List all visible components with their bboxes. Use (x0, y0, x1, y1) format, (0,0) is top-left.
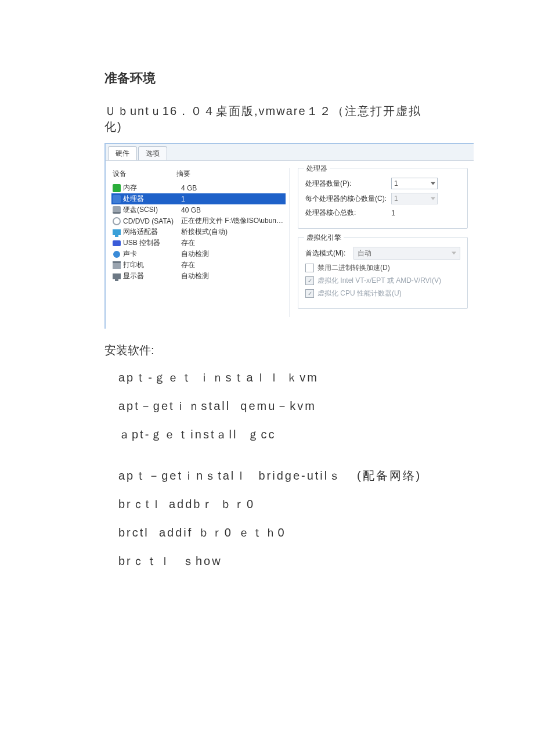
device-name: USB 控制器 (123, 238, 179, 248)
group-virtualization: 虚拟化引擎 首选模式(M): 自动 禁用二进制转换加速(D) (298, 237, 468, 309)
chevron-down-icon (431, 182, 435, 185)
device-row[interactable]: 硬盘(SCSI)40 GB (111, 204, 286, 215)
device-name: CD/DVD (SATA) (123, 217, 179, 225)
label-processor-count: 处理器数量(P): (305, 179, 387, 189)
row-processor-count: 处理器数量(P): 1 (305, 178, 460, 189)
group-virtualization-legend: 虚拟化引擎 (304, 233, 344, 243)
row-disable-binary[interactable]: 禁用二进制转换加速(D) (305, 263, 460, 273)
disp-icon (113, 272, 121, 280)
cmd-line: apｔ－getｉnｓtalｌ bridge-utilｓ (配备网络) (118, 468, 430, 484)
device-name: 打印机 (123, 260, 179, 270)
device-summary: 40 GB (181, 206, 284, 214)
checkbox-perf-counters (305, 289, 314, 298)
hdd-icon (113, 206, 121, 214)
install-software-heading: 安装软件: (104, 343, 430, 358)
chevron-down-icon (452, 252, 456, 255)
device-row[interactable]: 网络适配器桥接模式(自动) (111, 226, 286, 237)
processor-settings: 处理器 处理器数量(P): 1 每个处理器的核心数量(C): 1 (290, 168, 468, 317)
select-processor-count[interactable]: 1 (391, 178, 438, 189)
group-processor-legend: 处理器 (304, 164, 330, 174)
tab-hardware[interactable]: 硬件 (108, 146, 137, 160)
value-preferred-mode: 自动 (358, 249, 371, 258)
select-cores-per-processor: 1 (391, 193, 438, 204)
net-icon (113, 228, 121, 236)
device-summary: 4 GB (181, 184, 284, 192)
cmd-line: apt－getｉｎstall qemu－kvm (118, 398, 430, 414)
cmd-line: apｔ-ｇｅｔ ｉｎsｔaｌｌ ｋvm (118, 370, 430, 386)
cmd-line: ａpt-ｇｅｔinstａll ｇcc (118, 427, 430, 442)
device-row[interactable]: 显示器自动检测 (111, 271, 286, 282)
label-disable-binary: 禁用二进制转换加速(D) (317, 263, 390, 273)
cmd-line: brｃｔｌ ｓhow (118, 553, 430, 569)
snd-icon (113, 250, 121, 258)
chevron-down-icon (431, 197, 435, 200)
device-name: 声卡 (123, 249, 179, 259)
checkbox-vtx (305, 276, 314, 285)
usb-icon (113, 239, 121, 247)
device-row[interactable]: CD/DVD (SATA)正在使用文件 F:\镜像ISO\ubuntu-1... (111, 215, 286, 226)
device-row[interactable]: 内存4 GB (111, 182, 286, 193)
device-list: 设备 摘要 内存4 GB处理器1硬盘(SCSI)40 GBCD/DVD (SAT… (111, 168, 290, 317)
device-row[interactable]: 打印机存在 (111, 260, 286, 271)
row-preferred-mode: 首选模式(M): 自动 (305, 247, 460, 260)
command-list: apｔ-ｇｅｔ ｉｎsｔaｌｌ ｋvm apt－getｉｎstall qemu－… (104, 370, 430, 569)
device-list-header: 设备 摘要 (111, 168, 286, 182)
label-vtx: 虚拟化 Intel VT-x/EPT 或 AMD-V/RVI(V) (317, 276, 441, 286)
row-perf-counters: 虚拟化 CPU 性能计数器(U) (305, 289, 460, 298)
device-row[interactable]: 处理器1 (111, 193, 286, 204)
checkbox-disable-binary[interactable] (305, 264, 314, 272)
col-summary: 摘要 (176, 169, 284, 179)
device-summary: 存在 (181, 260, 284, 270)
label-perf-counters: 虚拟化 CPU 性能计数器(U) (317, 289, 402, 298)
device-name: 处理器 (123, 194, 179, 204)
col-device: 设备 (113, 169, 176, 179)
device-summary: 桥接模式(自动) (181, 227, 284, 237)
row-cores-per-processor: 每个处理器的核心数量(C): 1 (305, 193, 460, 204)
cmd-line: brｃtｌ addbｒ ｂｒ0 (118, 496, 430, 512)
tab-bar: 硬件 选项 (106, 144, 474, 161)
env-description: Ｕｂuntｕ16．０４桌面版,vmware１２（注意打开虚拟化) (104, 103, 430, 135)
device-summary: 存在 (181, 238, 284, 248)
device-row[interactable]: 声卡自动检测 (111, 249, 286, 260)
mem-icon (113, 184, 121, 192)
value-total-cores: 1 (391, 209, 395, 217)
document-page: 准备环境 Ｕｂuntｕ16．０４桌面版,vmware１２（注意打开虚拟化) 硬件… (0, 0, 534, 756)
tab-options[interactable]: 选项 (138, 146, 167, 160)
section-heading: 准备环境 (104, 70, 430, 87)
value-processor-count: 1 (394, 179, 398, 188)
device-row[interactable]: USB 控制器存在 (111, 237, 286, 249)
device-name: 显示器 (123, 271, 179, 281)
device-summary: 自动检测 (181, 271, 284, 281)
prn-icon (113, 261, 121, 269)
label-cores-per-processor: 每个处理器的核心数量(C): (305, 194, 387, 204)
row-total-cores: 处理器核心总数: 1 (305, 208, 460, 218)
vmware-settings-panel: 硬件 选项 设备 摘要 内存4 GB处理器1硬盘(SCSI)40 GBCD/DV… (104, 143, 474, 329)
device-name: 网络适配器 (123, 227, 179, 237)
select-preferred-mode: 自动 (353, 247, 460, 260)
label-preferred-mode: 首选模式(M): (305, 249, 349, 258)
device-name: 硬盘(SCSI) (123, 205, 179, 215)
value-cores-per-processor: 1 (394, 195, 398, 203)
group-processor: 处理器 处理器数量(P): 1 每个处理器的核心数量(C): 1 (298, 168, 468, 229)
panel-body: 设备 摘要 内存4 GB处理器1硬盘(SCSI)40 GBCD/DVD (SAT… (106, 161, 474, 329)
cpu-icon (113, 195, 121, 203)
device-summary: 正在使用文件 F:\镜像ISO\ubuntu-1... (181, 216, 284, 226)
cmd-line: brctl addif ｂｒ0 ｅｔｈ0 (118, 525, 430, 541)
row-vtx: 虚拟化 Intel VT-x/EPT 或 AMD-V/RVI(V) (305, 276, 460, 286)
device-summary: 1 (181, 195, 284, 203)
label-total-cores: 处理器核心总数: (305, 208, 387, 218)
device-name: 内存 (123, 183, 179, 193)
device-summary: 自动检测 (181, 249, 284, 259)
cd-icon (113, 217, 121, 225)
